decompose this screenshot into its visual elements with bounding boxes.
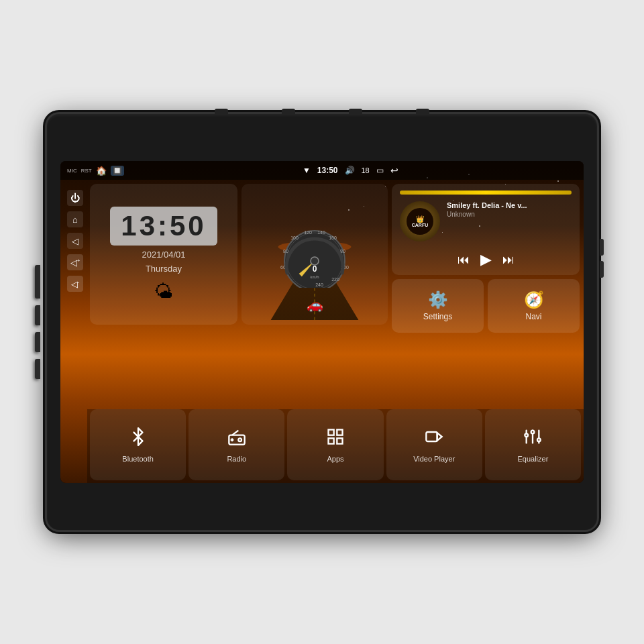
video-label: Video Player [413, 455, 455, 463]
car-icon: 🚗 [307, 297, 323, 313]
side-buttons-right [600, 239, 604, 278]
svg-point-20 [238, 438, 241, 441]
speedo-container: 60 80 100 120 140 160 180 200 220 240 [271, 221, 358, 288]
radio-icon [227, 427, 246, 451]
side-buttons-left [35, 265, 40, 379]
volume-level: 18 [362, 166, 370, 174]
bluetooth-icon [129, 427, 148, 451]
music-controls: ⏮ ▶ ⏭ [400, 251, 572, 268]
svg-text:80: 80 [283, 249, 288, 254]
status-left: MIC RST 🏠 🔲 [67, 166, 124, 176]
left-sidebar: ⏻ ⌂ ◁ ◁+ ◁- [66, 184, 85, 483]
speedometer-widget: 60 80 100 120 140 160 180 200 220 240 [241, 184, 388, 325]
clock-day: Thursday [146, 264, 182, 274]
svg-point-37 [537, 438, 541, 441]
equalizer-icon [523, 427, 542, 451]
music-info: Smiley ft. Delia - Ne v... Unknown [447, 201, 572, 218]
video-icon [425, 427, 443, 451]
dock-video-player[interactable]: Video Player [386, 409, 482, 480]
side-btn-3[interactable] [35, 359, 40, 379]
gauge-svg: 60 80 100 120 140 160 180 200 220 240 [271, 221, 358, 288]
side-btn-2[interactable] [35, 332, 40, 352]
back-icon[interactable]: ↩ [390, 165, 398, 176]
sidebar-back-icon[interactable]: ◁ [67, 233, 83, 249]
status-bar: MIC RST 🏠 🔲 ▼ 13:50 🔊 18 ▭ ↩ [60, 161, 584, 180]
settings-navi-row: ⚙️ Settings 🧭 Navi [392, 279, 580, 333]
battery-icon: ▭ [376, 166, 384, 175]
clock-display: 13:50 [110, 207, 217, 246]
weather-icon: 🌤 [154, 280, 173, 303]
carfu-logo: CARFU [412, 223, 429, 227]
album-art-inner: 👑 CARFU [407, 208, 433, 235]
next-button[interactable]: ⏭ [502, 253, 515, 267]
right-btn-2[interactable] [600, 261, 604, 278]
sidebar-vol-up-icon[interactable]: ◁- [67, 276, 83, 292]
screen-bezel: MIC RST 🏠 🔲 ▼ 13:50 🔊 18 ▭ ↩ ⏻ [60, 161, 584, 483]
music-widget: 👑 CARFU Smiley ft. Delia - Ne v... Unkno… [392, 184, 580, 275]
svg-rect-24 [337, 429, 342, 435]
svg-point-31 [525, 433, 529, 437]
svg-text:160: 160 [329, 235, 337, 240]
settings-gear-icon: ⚙️ [428, 290, 448, 309]
play-button[interactable]: ▶ [480, 251, 492, 268]
dock-bluetooth[interactable]: Bluetooth [90, 409, 186, 480]
apps-icon [326, 427, 345, 451]
svg-rect-23 [329, 429, 334, 435]
sidebar-power-icon[interactable]: ⏻ [67, 190, 83, 206]
radio-label: Radio [227, 455, 246, 463]
dock-equalizer[interactable]: Equalizer [485, 409, 581, 480]
svg-rect-26 [337, 438, 342, 443]
bluetooth-label: Bluetooth [122, 455, 153, 463]
svg-marker-28 [437, 433, 442, 441]
right-btn-1[interactable] [600, 239, 604, 256]
right-column: 👑 CARFU Smiley ft. Delia - Ne v... Unkno… [392, 184, 580, 325]
svg-text:220: 220 [331, 277, 339, 282]
mic-label: MIC [67, 168, 77, 174]
status-center: ▼ 13:50 🔊 18 ▭ ↩ [124, 165, 577, 176]
album-art: 👑 CARFU [400, 201, 440, 241]
svg-text:240: 240 [315, 282, 323, 287]
status-time: 13:50 [317, 166, 338, 175]
wifi-icon: ▼ [303, 166, 311, 175]
navi-button[interactable]: 🧭 Navi [488, 279, 580, 333]
device-shell: MIC RST 🏠 🔲 ▼ 13:50 🔊 18 ▭ ↩ ⏻ [47, 114, 597, 530]
sidebar-vol-down-icon[interactable]: ◁+ [67, 254, 83, 270]
music-title: Smiley ft. Delia - Ne v... [447, 201, 572, 209]
svg-text:100: 100 [290, 235, 299, 240]
dock-radio[interactable]: Radio [189, 409, 284, 480]
svg-point-34 [531, 430, 535, 433]
svg-rect-25 [329, 438, 334, 443]
apps-label: Apps [327, 455, 343, 463]
settings-button[interactable]: ⚙️ Settings [392, 279, 484, 333]
side-btn-power[interactable] [35, 265, 40, 299]
svg-text:km/h: km/h [310, 275, 319, 279]
top-mounts [215, 109, 429, 115]
sidebar-home-icon[interactable]: ⌂ [67, 211, 83, 227]
home-status-icon[interactable]: 🏠 [96, 166, 107, 176]
top-row: 13:50 2021/04/01 Thursday 🌤 [90, 184, 580, 325]
side-btn-1[interactable] [35, 305, 40, 325]
clock-date: 2021/04/01 [142, 250, 185, 260]
svg-text:0: 0 [313, 264, 317, 274]
svg-rect-27 [427, 432, 437, 441]
svg-text:140: 140 [317, 230, 325, 235]
volume-icon: 🔊 [345, 166, 355, 175]
apps-status-icon[interactable]: 🔲 [111, 166, 124, 176]
svg-text:120: 120 [304, 230, 312, 235]
music-ribbon [400, 191, 572, 195]
clock-widget: 13:50 2021/04/01 Thursday 🌤 [90, 184, 237, 325]
equalizer-label: Equalizer [517, 455, 548, 463]
music-artist: Unknown [447, 211, 572, 218]
music-top: 👑 CARFU Smiley ft. Delia - Ne v... Unkno… [400, 201, 572, 241]
rst-label: RST [81, 168, 92, 174]
navi-label: Navi [525, 312, 541, 321]
navi-arrow-icon: 🧭 [524, 290, 544, 309]
dock-apps[interactable]: Apps [287, 409, 383, 480]
bottom-dock: Bluetooth Radio Apps Video Player [87, 409, 584, 483]
prev-button[interactable]: ⏮ [458, 253, 470, 267]
screen: MIC RST 🏠 🔲 ▼ 13:50 🔊 18 ▭ ↩ ⏻ [60, 161, 584, 483]
settings-label: Settings [423, 312, 452, 321]
